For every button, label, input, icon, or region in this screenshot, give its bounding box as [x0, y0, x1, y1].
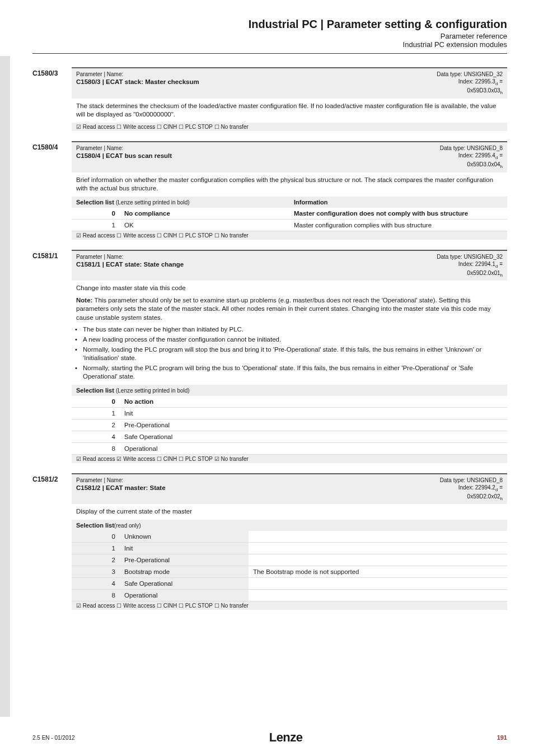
selection-table: 0No action 1Init 2Pre-Operational 4Safe …	[72, 396, 507, 455]
info-head: Information	[289, 197, 507, 208]
param-description: Change into master state via this code	[72, 281, 507, 296]
section-code: C1581/1	[32, 250, 72, 463]
list-item: The bus state can never be higher than i…	[83, 325, 503, 334]
param-name: C1580/3 | ECAT stack: Master checksum	[76, 78, 199, 86]
doc-title: Industrial PC | Parameter setting & conf…	[32, 18, 507, 31]
sel-head: Selection list (Lenze setting printed in…	[72, 197, 289, 208]
param-section: C1580/3 Parameter | Name: C1580/3 | ECAT…	[32, 67, 507, 131]
param-header: Parameter | Name: C1580/3 | ECAT stack: …	[72, 68, 507, 99]
data-type: Data type: UNSIGNED_32	[437, 253, 503, 260]
table-row: 1Init	[72, 407, 507, 419]
index-line: Index: 22994.1d =	[437, 260, 503, 269]
brand-logo: Lenze	[269, 730, 303, 745]
table-row: 2Pre-Operational	[72, 419, 507, 431]
table-row: 1Init	[72, 542, 507, 554]
section-code: C1580/4	[32, 141, 72, 240]
hex-line: 0x59D2.0x02h	[440, 493, 503, 502]
access-flags: ☑ Read access ☐ Write access ☐ CINH ☐ PL…	[72, 601, 507, 610]
selection-table: Selection list (Lenze setting printed in…	[72, 197, 507, 231]
page-footer: 2.5 EN - 01/2012 Lenze 191	[0, 728, 534, 745]
param-label: Parameter | Name:	[76, 253, 184, 260]
param-name: C1581/2 | ECAT master: State	[76, 484, 166, 492]
table-row: 8Operational	[72, 442, 507, 454]
index-line: Index: 22995.3d =	[437, 78, 503, 87]
page-header: Industrial PC | Parameter setting & conf…	[32, 18, 507, 54]
param-label: Parameter | Name:	[76, 71, 199, 78]
param-description: Display of the current state of the mast…	[72, 504, 507, 520]
table-row: 2Pre-Operational	[72, 554, 507, 566]
note: Note: This parameter should only be set …	[72, 296, 507, 323]
section-code: C1580/3	[32, 67, 72, 131]
data-type: Data type: UNSIGNED_8	[440, 144, 503, 152]
sel-head: Selection list (Lenze setting printed in…	[72, 385, 507, 396]
param-section: C1581/1 Parameter | Name: C1581/1 | ECAT…	[32, 250, 507, 463]
doc-subtitle-2: Industrial PC extension modules	[32, 40, 507, 49]
bullet-list: The bus state can never be higher than i…	[83, 325, 507, 381]
param-name: C1580/4 | ECAT bus scan result	[76, 152, 172, 160]
param-label: Parameter | Name:	[76, 477, 166, 484]
param-section: C1581/2 Parameter | Name: C1581/2 | ECAT…	[32, 473, 507, 610]
param-header: Parameter | Name: C1581/2 | ECAT master:…	[72, 474, 507, 505]
param-description: Brief information on whether the master …	[72, 172, 507, 197]
table-row: 8Operational	[72, 589, 507, 601]
sel-head: Selection list(read only)	[72, 520, 507, 531]
table-row: 1 OK Master configuration complies with …	[72, 219, 507, 231]
list-item: A new loading process of the master conf…	[83, 335, 503, 344]
hex-line: 0x59D2.0x01h	[437, 269, 503, 278]
access-flags: ☑ Read access ☐ Write access ☐ CINH ☐ PL…	[72, 231, 507, 240]
param-header: Parameter | Name: C1580/4 | ECAT bus sca…	[72, 142, 507, 172]
data-type: Data type: UNSIGNED_32	[437, 71, 503, 78]
param-header: Parameter | Name: C1581/1 | ECAT state: …	[72, 251, 507, 281]
param-section: C1580/4 Parameter | Name: C1580/4 | ECAT…	[32, 141, 507, 240]
param-label: Parameter | Name:	[76, 144, 172, 152]
footer-left: 2.5 EN - 01/2012	[32, 735, 75, 741]
access-flags: ☑ Read access ☐ Write access ☐ CINH ☐ PL…	[72, 123, 507, 131]
param-description: The stack determines the checksum of the…	[72, 99, 507, 123]
hex-line: 0x59D3.0x03h	[437, 87, 503, 96]
list-item: Normally, starting the PLC program will …	[83, 364, 503, 381]
page-number: 191	[497, 734, 507, 741]
table-row: 0No action	[72, 396, 507, 408]
selection-table: 0Unknown 1Init 2Pre-Operational 3Bootstr…	[72, 531, 507, 601]
param-name: C1581/1 | ECAT state: State change	[76, 260, 184, 269]
list-item: Normally, loading the PLC program will s…	[83, 346, 503, 363]
table-row: 3Bootstrap modeThe Bootstrap mode is not…	[72, 566, 507, 577]
access-flags: ☑ Read access ☑ Write access ☐ CINH ☐ PL…	[72, 455, 507, 463]
section-code: C1581/2	[32, 473, 72, 610]
table-row: 0 No compliance Master configuration doe…	[72, 208, 507, 220]
hex-line: 0x59D3.0x04h	[440, 161, 503, 170]
doc-subtitle-1: Parameter reference	[32, 32, 507, 40]
table-row: 0Unknown	[72, 531, 507, 543]
table-row: 4Safe Operational	[72, 577, 507, 589]
index-line: Index: 22994.2d =	[440, 484, 503, 493]
index-line: Index: 22995.4d =	[440, 152, 503, 161]
table-row: 4Safe Operational	[72, 431, 507, 442]
data-type: Data type: UNSIGNED_8	[440, 477, 503, 484]
